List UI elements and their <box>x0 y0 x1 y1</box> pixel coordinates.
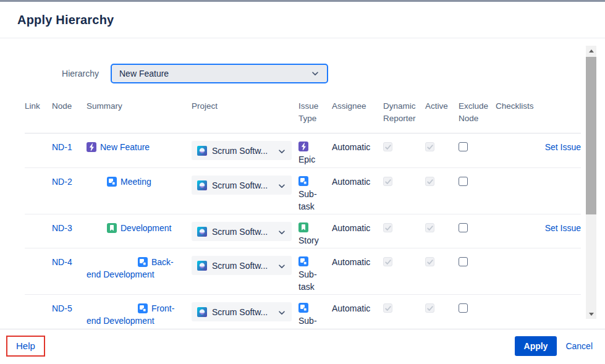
project-select-value: Scrum Softw... <box>212 260 277 272</box>
exclude-node-checkbox[interactable] <box>459 303 468 313</box>
issue-type-label: Sub-task <box>298 269 317 292</box>
dynamic-reporter-checkbox <box>383 303 392 313</box>
dynamic-reporter-checkbox <box>383 223 392 232</box>
table-header-row: Link Node Summary Project Issue Type Ass… <box>25 100 581 133</box>
subtask-icon <box>298 303 308 313</box>
subtask-icon <box>298 256 308 266</box>
dialog-footer: Help Apply Cancel <box>0 329 605 363</box>
chevron-down-icon <box>277 146 286 155</box>
active-checkbox <box>425 177 434 186</box>
help-link[interactable]: Help <box>16 341 35 351</box>
table-row: ND-4 Back-end Development Scrum Softw...… <box>25 248 581 295</box>
summary-link[interactable]: Back-end Development <box>87 257 174 279</box>
assignee-value: Automatic <box>332 256 383 294</box>
project-avatar-icon <box>197 261 207 271</box>
help-highlight-box: Help <box>6 336 45 357</box>
dynamic-reporter-checkbox <box>383 177 392 186</box>
active-checkbox <box>425 142 434 151</box>
dynamic-reporter-checkbox <box>383 142 392 151</box>
chevron-down-icon <box>277 261 286 270</box>
dialog-body: Hierarchy New Feature Link Node Summary … <box>0 38 605 329</box>
arrow-down-icon <box>589 313 594 316</box>
vertical-scrollbar[interactable] <box>586 46 596 319</box>
active-checkbox <box>425 223 434 232</box>
project-avatar-icon <box>197 146 207 156</box>
assignee-value: Automatic <box>332 302 383 329</box>
table-row: ND-1 New Feature Scrum Softw... Epic Aut… <box>25 133 581 168</box>
column-header-link: Link <box>25 100 52 125</box>
project-select-value: Scrum Softw... <box>212 179 277 192</box>
set-issue-link[interactable]: Set Issue <box>545 223 581 233</box>
assignee-value: Automatic <box>332 222 383 248</box>
dynamic-reporter-checkbox <box>383 257 392 266</box>
hierarchy-table: Link Node Summary Project Issue Type Ass… <box>25 100 581 329</box>
page-title: Apply Hierarchy <box>17 13 114 27</box>
project-select[interactable]: Scrum Softw... <box>192 176 292 195</box>
apply-button[interactable]: Apply <box>515 336 557 356</box>
exclude-node-checkbox[interactable] <box>459 142 468 151</box>
summary-link[interactable]: Meeting <box>121 177 151 187</box>
table-row: ND-2 Meeting Scrum Softw... Sub-task Aut… <box>25 168 581 214</box>
column-header-active: Active <box>425 100 459 125</box>
node-link[interactable]: ND-5 <box>52 302 74 315</box>
project-select-value: Scrum Softw... <box>212 306 277 318</box>
epic-icon <box>87 142 96 152</box>
chevron-down-icon <box>311 69 319 78</box>
assignee-value: Automatic <box>332 176 383 214</box>
issue-type-label: Sub-task <box>298 316 317 329</box>
project-avatar-icon <box>197 180 207 190</box>
project-avatar-icon <box>197 227 207 237</box>
project-select[interactable]: Scrum Softw... <box>192 222 292 241</box>
project-select[interactable]: Scrum Softw... <box>192 141 292 160</box>
project-select-value: Scrum Softw... <box>212 226 277 238</box>
exclude-node-checkbox[interactable] <box>459 223 468 232</box>
scroll-up-button[interactable] <box>586 46 596 56</box>
active-checkbox <box>425 303 434 313</box>
set-issue-link[interactable]: Set Issue <box>545 142 581 152</box>
column-header-project: Project <box>192 100 298 125</box>
chevron-down-icon <box>277 181 286 190</box>
column-header-summary: Summary <box>87 100 192 125</box>
node-link[interactable]: ND-4 <box>52 256 74 268</box>
chevron-down-icon <box>277 308 286 316</box>
chevron-down-icon <box>277 227 286 236</box>
table-row: ND-5 Front-end Development Scrum Softw..… <box>25 295 581 329</box>
issue-type-label: Epic <box>298 154 315 164</box>
column-header-dynamic-reporter: Dynamic Reporter <box>383 100 425 125</box>
subtask-icon <box>298 176 308 186</box>
summary-link[interactable]: Front-end Development <box>87 303 174 326</box>
hierarchy-select[interactable]: New Feature <box>111 64 328 83</box>
dialog-header: Apply Hierarchy <box>0 2 605 38</box>
summary-link[interactable]: Development <box>121 223 172 233</box>
scrollbar-thumb[interactable] <box>586 57 596 214</box>
column-header-assignee: Assignee <box>332 100 383 125</box>
assignee-value: Automatic <box>332 141 383 167</box>
epic-icon <box>298 142 308 151</box>
hierarchy-label: Hierarchy <box>0 69 99 78</box>
node-link[interactable]: ND-1 <box>52 141 74 153</box>
subtask-icon <box>138 257 148 267</box>
table-row: ND-3 Development Scrum Softw... Story Au… <box>25 214 581 248</box>
summary-link[interactable]: New Feature <box>100 142 150 152</box>
story-icon <box>107 223 117 233</box>
scroll-down-button[interactable] <box>586 309 596 319</box>
hierarchy-field-row: Hierarchy New Feature <box>0 64 605 83</box>
column-header-checklists: Checklists <box>496 100 538 125</box>
active-checkbox <box>425 257 434 266</box>
exclude-node-checkbox[interactable] <box>459 177 468 186</box>
project-select[interactable]: Scrum Softw... <box>192 256 292 275</box>
column-header-exclude-node: Exclude Node <box>459 100 496 125</box>
column-header-node: Node <box>52 100 87 125</box>
project-select-value: Scrum Softw... <box>212 145 277 157</box>
subtask-icon <box>138 303 148 313</box>
project-select[interactable]: Scrum Softw... <box>192 302 292 321</box>
cancel-link[interactable]: Cancel <box>565 341 593 351</box>
subtask-icon <box>107 177 117 187</box>
exclude-node-checkbox[interactable] <box>459 257 468 266</box>
project-avatar-icon <box>197 307 207 317</box>
issue-type-label: Story <box>298 235 319 245</box>
node-link[interactable]: ND-3 <box>52 222 74 234</box>
node-link[interactable]: ND-2 <box>52 176 74 188</box>
column-header-issue-type: Issue Type <box>298 100 332 125</box>
arrow-up-icon <box>589 49 594 53</box>
